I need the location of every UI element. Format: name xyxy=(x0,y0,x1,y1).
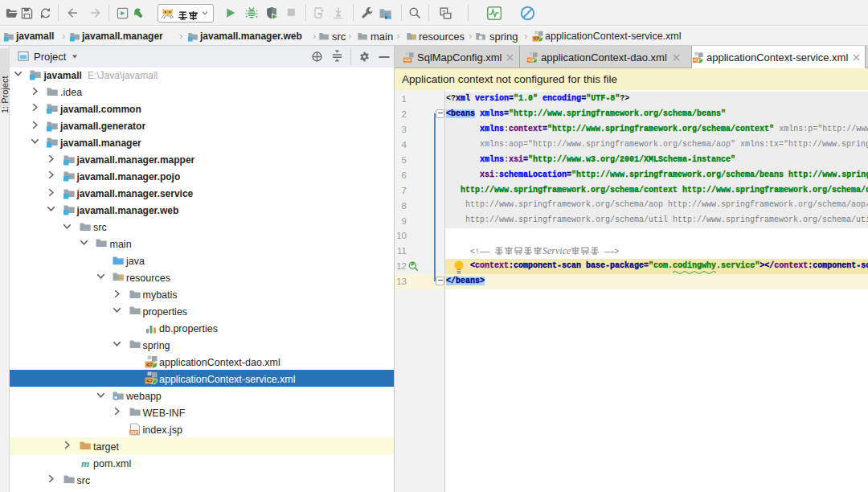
svg-text:JSP: JSP xyxy=(130,430,138,435)
svg-text:<>: <> xyxy=(404,57,411,63)
svg-text:m: m xyxy=(81,457,89,469)
